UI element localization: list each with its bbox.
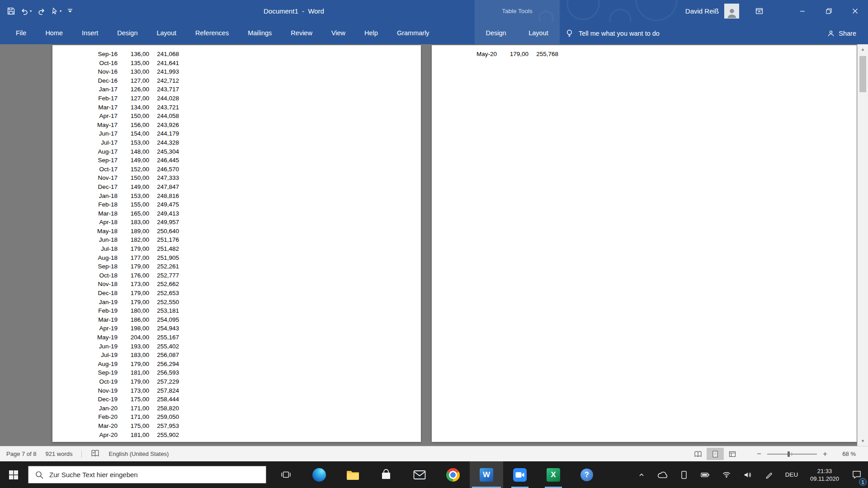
- table-cell: Dec-18: [75, 289, 118, 298]
- word-count[interactable]: 921 words: [46, 450, 73, 457]
- tab-design[interactable]: Design: [108, 22, 147, 44]
- mail-taskbar-button[interactable]: [403, 461, 436, 488]
- web-layout-button[interactable]: [724, 448, 741, 460]
- table-cell: 244,328: [149, 138, 179, 147]
- language-switcher[interactable]: DEU: [779, 461, 804, 488]
- help-taskbar-button[interactable]: ?: [570, 461, 604, 488]
- phone-button[interactable]: [673, 461, 694, 488]
- page-indicator[interactable]: Page 7 of 8: [6, 450, 37, 457]
- volume-button[interactable]: [737, 461, 758, 488]
- action-center-button[interactable]: 1: [845, 461, 868, 488]
- table-cell: Nov-19: [75, 386, 118, 395]
- taskbar-clock[interactable]: 21:33 09.11.2020: [804, 461, 845, 488]
- user-avatar[interactable]: [724, 4, 739, 19]
- windows-taskbar: WX? DEU 21:33 09.11.2020 1: [0, 461, 868, 488]
- zoom-slider[interactable]: [767, 451, 817, 457]
- scrollbar-thumb[interactable]: [859, 56, 866, 92]
- scroll-up-arrow[interactable]: ▲: [858, 44, 868, 54]
- table-row: Jul-17153,00244,328: [52, 138, 421, 147]
- chrome-taskbar-button[interactable]: [436, 461, 470, 488]
- zoom-slider-thumb[interactable]: [788, 451, 790, 457]
- table-cell: 171,00: [118, 413, 149, 422]
- table-cell: 175,00: [118, 422, 149, 431]
- redo-button[interactable]: [38, 7, 45, 15]
- tab-grammarly[interactable]: Grammarly: [387, 22, 439, 44]
- table-cell: Dec-17: [75, 183, 118, 192]
- table-cell: Aug-19: [75, 360, 118, 369]
- table-cell: 249,957: [149, 218, 179, 227]
- tab-home[interactable]: Home: [36, 22, 72, 44]
- tell-me-box[interactable]: Tell me what you want to do: [565, 22, 660, 44]
- table-row: Jun-17154,00244,179: [52, 129, 421, 138]
- read-mode-button[interactable]: [689, 448, 707, 460]
- action-center-icon: [852, 470, 861, 479]
- scroll-down-arrow[interactable]: ▼: [858, 436, 868, 446]
- edge-taskbar-button[interactable]: [302, 461, 336, 488]
- touch-mode-button[interactable]: ▾: [51, 8, 61, 15]
- table-cell: 245,304: [149, 147, 179, 156]
- table-cell: 251,905: [149, 253, 179, 263]
- table-cell: 193,00: [118, 342, 149, 351]
- context-tab-design[interactable]: Design: [475, 22, 517, 44]
- table-row: Jul-19183,00256,087: [52, 351, 421, 360]
- print-layout-button[interactable]: [707, 448, 724, 460]
- table-cell: Apr-17: [75, 112, 118, 121]
- file-explorer-taskbar-button[interactable]: [336, 461, 369, 488]
- table-cell: 250,640: [149, 227, 179, 236]
- account-user-name[interactable]: David Reiß: [685, 7, 719, 15]
- table-row: Mar-17134,00243,721: [52, 103, 421, 112]
- save-button[interactable]: [7, 7, 15, 15]
- network-button[interactable]: [716, 461, 737, 488]
- zoom-out-button[interactable]: −: [755, 450, 763, 458]
- taskbar-search-box[interactable]: [28, 466, 266, 483]
- ribbon-display-options-button[interactable]: [755, 7, 763, 15]
- tab-help[interactable]: Help: [355, 22, 387, 44]
- document-page-7[interactable]: Sep-16136,00241,068Oct-16135,00241,641No…: [52, 45, 421, 442]
- video-call-taskbar-button[interactable]: [503, 461, 537, 488]
- task-view-taskbar-button[interactable]: [269, 461, 302, 488]
- table-row: May-20179,00255,768: [432, 50, 857, 59]
- tab-insert[interactable]: Insert: [72, 22, 108, 44]
- onedrive-button[interactable]: [652, 461, 673, 488]
- tab-review[interactable]: Review: [281, 22, 322, 44]
- table-cell: 247,847: [149, 183, 179, 192]
- ribbon-tabs: FileHomeInsertDesignLayoutReferencesMail…: [6, 22, 439, 44]
- customize-quick-access-button[interactable]: [67, 9, 73, 14]
- tab-view[interactable]: View: [322, 22, 355, 44]
- search-input[interactable]: [49, 471, 266, 479]
- document-page-8[interactable]: May-20179,00255,768: [432, 45, 857, 442]
- close-button[interactable]: [842, 0, 868, 22]
- table-cell: 244,058: [149, 112, 179, 121]
- store-taskbar-button[interactable]: [369, 461, 403, 488]
- share-button[interactable]: Share: [827, 22, 856, 44]
- undo-button[interactable]: ▾: [21, 7, 32, 15]
- tab-references[interactable]: References: [186, 22, 238, 44]
- zoom-in-button[interactable]: +: [821, 450, 829, 458]
- tray-icons: [631, 461, 779, 488]
- hiddens-chevron-icon-button[interactable]: [631, 461, 652, 488]
- proofing-status-button[interactable]: [91, 450, 99, 459]
- minimize-button[interactable]: [789, 0, 816, 22]
- context-tab-layout[interactable]: Layout: [517, 22, 560, 44]
- store-icon: [380, 469, 392, 481]
- vertical-scrollbar[interactable]: ▲ ▼: [857, 44, 868, 446]
- tab-file[interactable]: File: [6, 22, 36, 44]
- zoom-slider-track[interactable]: [767, 454, 817, 455]
- tab-mailings[interactable]: Mailings: [238, 22, 281, 44]
- start-button[interactable]: [0, 461, 27, 488]
- zoom-level[interactable]: 68 %: [833, 450, 856, 457]
- divider: [81, 450, 82, 458]
- battery-button[interactable]: [694, 461, 716, 488]
- tab-layout[interactable]: Layout: [147, 22, 186, 44]
- excel-taskbar-button[interactable]: X: [537, 461, 570, 488]
- video-call-icon: [513, 468, 527, 482]
- pen-button[interactable]: [758, 461, 779, 488]
- table-cell: 252,261: [149, 262, 179, 271]
- table-tools-header: Table Tools: [475, 0, 560, 22]
- word-taskbar-button[interactable]: W: [470, 461, 503, 488]
- language-indicator[interactable]: English (United States): [108, 450, 169, 457]
- table-cell: 243,926: [149, 121, 179, 130]
- maximize-restore-button[interactable]: [816, 0, 842, 22]
- status-left: Page 7 of 8 921 words English (United St…: [6, 450, 169, 459]
- excel-icon: X: [547, 468, 560, 482]
